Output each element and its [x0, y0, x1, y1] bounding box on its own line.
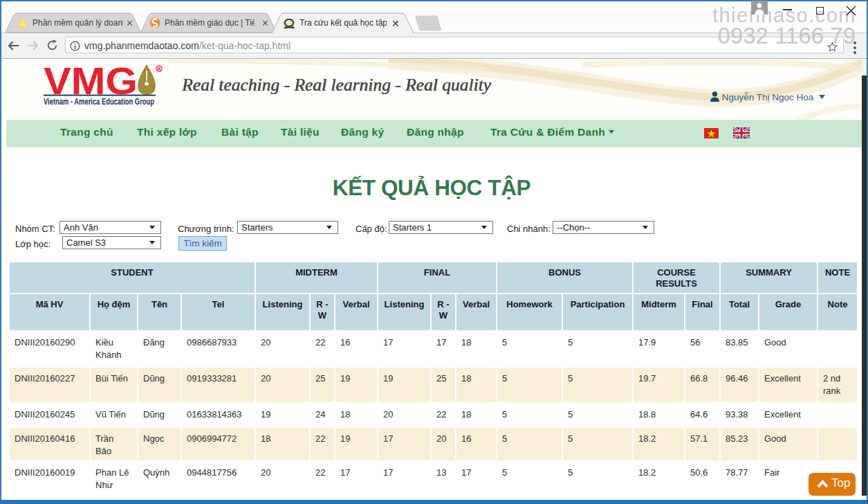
svg-text:Vietnam - America Education Gr: Vietnam - America Education Group [44, 97, 154, 107]
svg-text:R: R [158, 66, 161, 71]
